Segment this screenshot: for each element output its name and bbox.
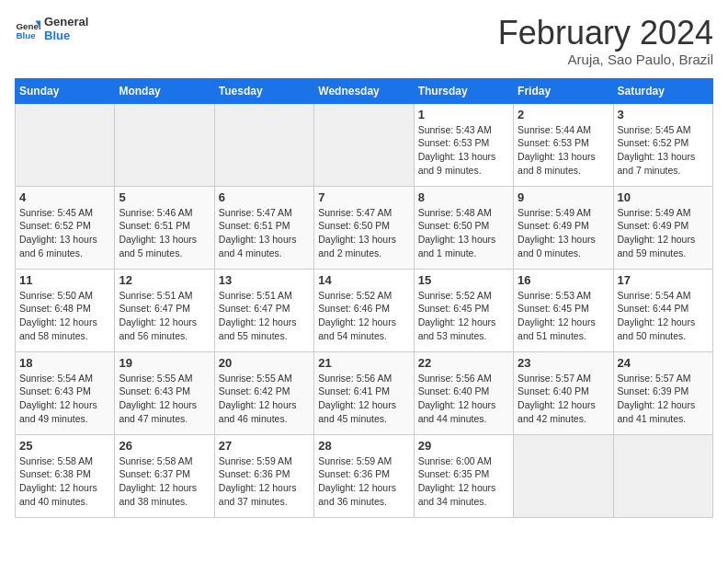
day-number: 2	[518, 108, 609, 121]
day-cell: 17Sunrise: 5:54 AMSunset: 6:44 PMDayligh…	[613, 269, 712, 351]
day-number: 13	[219, 273, 310, 287]
day-cell: 19Sunrise: 5:55 AMSunset: 6:43 PMDayligh…	[115, 351, 214, 434]
day-cell: 1Sunrise: 5:43 AMSunset: 6:53 PMDaylight…	[414, 103, 513, 186]
day-cell: 23Sunrise: 5:57 AMSunset: 6:40 PMDayligh…	[514, 351, 613, 434]
day-info: Sunrise: 5:44 AMSunset: 6:53 PMDaylight:…	[518, 123, 609, 178]
day-cell	[214, 103, 313, 186]
logo-icon: General Blue	[15, 16, 40, 41]
day-info: Sunrise: 5:43 AMSunset: 6:53 PMDaylight:…	[418, 123, 509, 178]
week-row-3: 18Sunrise: 5:54 AMSunset: 6:43 PMDayligh…	[16, 351, 713, 434]
day-number: 21	[318, 356, 409, 370]
logo: General Blue General Blue	[15, 15, 88, 42]
day-cell: 10Sunrise: 5:49 AMSunset: 6:49 PMDayligh…	[613, 186, 712, 269]
day-number: 16	[518, 273, 609, 287]
day-number: 5	[119, 190, 210, 204]
day-cell: 16Sunrise: 5:53 AMSunset: 6:45 PMDayligh…	[514, 269, 613, 351]
day-info: Sunrise: 5:54 AMSunset: 6:44 PMDaylight:…	[618, 289, 709, 343]
calendar-header: SundayMondayTuesdayWednesdayThursdayFrid…	[16, 78, 713, 103]
day-info: Sunrise: 6:00 AMSunset: 6:35 PMDaylight:…	[418, 454, 509, 509]
day-cell: 6Sunrise: 5:47 AMSunset: 6:51 PMDaylight…	[214, 186, 313, 269]
day-cell: 5Sunrise: 5:46 AMSunset: 6:51 PMDaylight…	[115, 186, 214, 269]
day-number: 17	[618, 273, 709, 287]
day-cell: 21Sunrise: 5:56 AMSunset: 6:41 PMDayligh…	[314, 351, 414, 434]
calendar-body: 1Sunrise: 5:43 AMSunset: 6:53 PMDaylight…	[16, 103, 713, 517]
day-number: 15	[418, 273, 509, 287]
day-number: 4	[19, 190, 110, 204]
day-info: Sunrise: 5:55 AMSunset: 6:42 PMDaylight:…	[219, 372, 310, 426]
week-row-2: 11Sunrise: 5:50 AMSunset: 6:48 PMDayligh…	[16, 269, 713, 351]
day-cell: 13Sunrise: 5:51 AMSunset: 6:47 PMDayligh…	[214, 269, 313, 351]
day-info: Sunrise: 5:51 AMSunset: 6:47 PMDaylight:…	[219, 289, 310, 343]
day-number: 27	[219, 439, 310, 453]
header: General Blue General Blue February 2024 …	[15, 15, 713, 67]
day-info: Sunrise: 5:47 AMSunset: 6:51 PMDaylight:…	[219, 206, 310, 260]
day-number: 24	[618, 356, 709, 370]
day-info: Sunrise: 5:45 AMSunset: 6:52 PMDaylight:…	[618, 123, 709, 178]
day-cell: 14Sunrise: 5:52 AMSunset: 6:46 PMDayligh…	[314, 269, 414, 351]
day-info: Sunrise: 5:50 AMSunset: 6:48 PMDaylight:…	[19, 289, 110, 343]
header-cell-saturday: Saturday	[613, 78, 712, 103]
day-info: Sunrise: 5:53 AMSunset: 6:45 PMDaylight:…	[518, 289, 609, 343]
day-cell	[115, 103, 214, 186]
day-number: 6	[219, 190, 310, 204]
day-info: Sunrise: 5:58 AMSunset: 6:37 PMDaylight:…	[119, 454, 210, 509]
day-info: Sunrise: 5:51 AMSunset: 6:47 PMDaylight:…	[119, 289, 210, 343]
day-cell: 22Sunrise: 5:56 AMSunset: 6:40 PMDayligh…	[414, 351, 513, 434]
day-number: 3	[618, 108, 709, 121]
day-number: 8	[418, 190, 509, 204]
subtitle: Aruja, Sao Paulo, Brazil	[498, 52, 713, 67]
main-title: February 2024	[498, 15, 713, 52]
day-cell: 15Sunrise: 5:52 AMSunset: 6:45 PMDayligh…	[414, 269, 513, 351]
day-number: 10	[618, 190, 709, 204]
logo-text-general: General	[44, 15, 88, 29]
day-cell	[314, 103, 414, 186]
day-number: 1	[418, 108, 509, 121]
day-number: 22	[418, 356, 509, 370]
title-area: February 2024 Aruja, Sao Paulo, Brazil	[498, 15, 713, 67]
day-cell: 2Sunrise: 5:44 AMSunset: 6:53 PMDaylight…	[514, 103, 613, 186]
day-info: Sunrise: 5:57 AMSunset: 6:39 PMDaylight:…	[618, 372, 709, 426]
day-cell	[514, 434, 613, 517]
calendar-table: SundayMondayTuesdayWednesdayThursdayFrid…	[15, 78, 713, 518]
day-number: 28	[318, 439, 409, 453]
svg-text:Blue: Blue	[16, 30, 36, 40]
day-cell: 27Sunrise: 5:59 AMSunset: 6:36 PMDayligh…	[214, 434, 313, 517]
day-number: 18	[19, 356, 110, 370]
logo-text-blue: Blue	[44, 29, 88, 42]
header-row: SundayMondayTuesdayWednesdayThursdayFrid…	[16, 78, 713, 103]
day-info: Sunrise: 5:57 AMSunset: 6:40 PMDaylight:…	[518, 372, 609, 426]
day-cell: 26Sunrise: 5:58 AMSunset: 6:37 PMDayligh…	[115, 434, 214, 517]
day-info: Sunrise: 5:52 AMSunset: 6:45 PMDaylight:…	[418, 289, 509, 343]
day-number: 29	[418, 439, 509, 453]
day-number: 12	[119, 273, 210, 287]
day-cell	[613, 434, 712, 517]
day-cell	[16, 103, 115, 186]
day-cell: 8Sunrise: 5:48 AMSunset: 6:50 PMDaylight…	[414, 186, 513, 269]
day-cell: 24Sunrise: 5:57 AMSunset: 6:39 PMDayligh…	[613, 351, 712, 434]
day-info: Sunrise: 5:54 AMSunset: 6:43 PMDaylight:…	[19, 372, 110, 426]
day-info: Sunrise: 5:47 AMSunset: 6:50 PMDaylight:…	[318, 206, 409, 260]
day-info: Sunrise: 5:52 AMSunset: 6:46 PMDaylight:…	[318, 289, 409, 343]
day-info: Sunrise: 5:49 AMSunset: 6:49 PMDaylight:…	[618, 206, 709, 260]
day-number: 7	[318, 190, 409, 204]
day-info: Sunrise: 5:56 AMSunset: 6:41 PMDaylight:…	[318, 372, 409, 426]
day-info: Sunrise: 5:48 AMSunset: 6:50 PMDaylight:…	[418, 206, 509, 260]
day-cell: 29Sunrise: 6:00 AMSunset: 6:35 PMDayligh…	[414, 434, 513, 517]
header-cell-tuesday: Tuesday	[214, 78, 313, 103]
day-info: Sunrise: 5:49 AMSunset: 6:49 PMDaylight:…	[518, 206, 609, 260]
day-info: Sunrise: 5:55 AMSunset: 6:43 PMDaylight:…	[119, 372, 210, 426]
day-cell: 25Sunrise: 5:58 AMSunset: 6:38 PMDayligh…	[16, 434, 115, 517]
day-cell: 18Sunrise: 5:54 AMSunset: 6:43 PMDayligh…	[16, 351, 115, 434]
day-info: Sunrise: 5:59 AMSunset: 6:36 PMDaylight:…	[219, 454, 310, 509]
day-number: 23	[518, 356, 609, 370]
header-cell-wednesday: Wednesday	[314, 78, 414, 103]
day-cell: 4Sunrise: 5:45 AMSunset: 6:52 PMDaylight…	[16, 186, 115, 269]
day-number: 14	[318, 273, 409, 287]
day-number: 26	[119, 439, 210, 453]
week-row-1: 4Sunrise: 5:45 AMSunset: 6:52 PMDaylight…	[16, 186, 713, 269]
day-cell: 9Sunrise: 5:49 AMSunset: 6:49 PMDaylight…	[514, 186, 613, 269]
day-cell: 11Sunrise: 5:50 AMSunset: 6:48 PMDayligh…	[16, 269, 115, 351]
day-number: 11	[19, 273, 110, 287]
week-row-0: 1Sunrise: 5:43 AMSunset: 6:53 PMDaylight…	[16, 103, 713, 186]
day-info: Sunrise: 5:46 AMSunset: 6:51 PMDaylight:…	[119, 206, 210, 260]
